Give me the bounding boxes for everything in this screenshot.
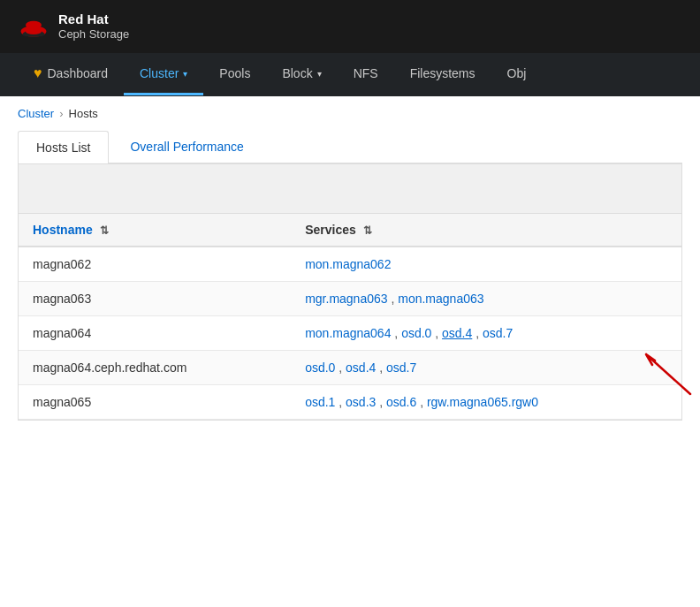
nav-item-block[interactable]: Block ▾ — [266, 54, 337, 95]
services-cell: osd.1 , osd.3 , osd.6 , rgw.magna065.rgw… — [291, 385, 681, 420]
service-separator: , — [376, 360, 386, 375]
brand-sub: Ceph Storage — [58, 27, 129, 42]
service-separator: , — [391, 326, 401, 340]
services-cell: mgr.magna063 , mon.magna063 — [291, 282, 681, 316]
table-header: Hostname ⇅ Services ⇅ — [19, 214, 681, 247]
service-link[interactable]: osd.1 — [305, 395, 335, 409]
col-services-label: Services — [305, 223, 356, 237]
nav-item-dashboard[interactable]: ♥ Dashboard — [18, 53, 124, 96]
brand-name: Red Hat — [58, 11, 129, 27]
table-row: magna062mon.magna062 — [19, 247, 681, 282]
service-link[interactable]: rgw.magna065.rgw0 — [427, 395, 538, 409]
heartbeat-icon: ♥ — [34, 65, 42, 81]
table-row: magna064.ceph.redhat.comosd.0 , osd.4 , … — [19, 351, 681, 385]
nav-item-obj[interactable]: Obj — [491, 54, 543, 95]
service-link[interactable]: mgr.magna063 — [305, 292, 387, 306]
nav-dashboard-label: Dashboard — [48, 66, 109, 80]
table-body: magna062mon.magna062magna063mgr.magna063… — [19, 247, 681, 420]
service-link[interactable]: osd.3 — [346, 395, 376, 409]
nav-item-cluster[interactable]: Cluster ▾ — [124, 54, 203, 95]
service-separator: , — [335, 395, 346, 409]
services-sort-icon[interactable]: ⇅ — [363, 224, 372, 237]
service-link[interactable]: mon.magna064 — [305, 326, 391, 340]
logo-text: Red Hat Ceph Storage — [58, 11, 129, 42]
redhat-logo-icon — [18, 11, 49, 42]
col-hostname-label: Hostname — [33, 223, 93, 237]
service-link[interactable]: osd.7 — [386, 360, 416, 375]
col-services[interactable]: Services ⇅ — [291, 214, 681, 247]
nav-item-nfs[interactable]: NFS — [338, 54, 394, 95]
table-toolbar — [19, 164, 681, 214]
service-separator: , — [388, 292, 399, 306]
service-link[interactable]: osd.4 — [442, 326, 472, 340]
breadcrumb: Cluster › Hosts — [0, 96, 700, 131]
table-row: magna063mgr.magna063 , mon.magna063 — [19, 282, 681, 316]
service-separator: , — [472, 326, 483, 340]
table-row: magna065osd.1 , osd.3 , osd.6 , rgw.magn… — [19, 385, 681, 420]
block-dropdown-icon: ▾ — [317, 69, 322, 79]
nav-bar: ♥ Dashboard Cluster ▾ Pools Block ▾ NFS … — [0, 53, 700, 96]
cluster-dropdown-icon: ▾ — [183, 69, 187, 79]
service-link[interactable]: osd.0 — [305, 360, 335, 375]
hostname-cell: magna065 — [19, 385, 291, 420]
hostname-cell: magna062 — [19, 247, 291, 282]
hostname-cell: magna064 — [19, 316, 291, 351]
service-separator: , — [431, 326, 442, 340]
table-row: magna064mon.magna064 , osd.0 , osd.4 , o… — [19, 316, 681, 351]
col-hostname[interactable]: Hostname ⇅ — [19, 214, 291, 247]
hostname-cell: magna064.ceph.redhat.com — [19, 351, 291, 385]
breadcrumb-separator: › — [59, 107, 63, 120]
service-link[interactable]: osd.0 — [401, 326, 431, 340]
service-separator: , — [335, 360, 346, 375]
services-cell: mon.magna062 — [291, 247, 681, 282]
breadcrumb-parent[interactable]: Cluster — [18, 107, 54, 120]
hostname-cell: magna063 — [19, 282, 291, 316]
nav-obj-label: Obj — [507, 66, 527, 80]
nav-nfs-label: NFS — [354, 66, 378, 80]
service-link[interactable]: mon.magna063 — [398, 292, 483, 306]
logo-area: Red Hat Ceph Storage — [18, 11, 129, 42]
services-cell: osd.0 , osd.4 , osd.7 — [291, 351, 681, 385]
nav-block-label: Block — [282, 66, 312, 80]
service-separator: , — [416, 395, 427, 409]
hostname-sort-icon[interactable]: ⇅ — [100, 224, 109, 237]
nav-cluster-label: Cluster — [140, 66, 179, 80]
table-container: Hostname ⇅ Services ⇅ magna062mon.magna0… — [18, 163, 682, 421]
service-link[interactable]: mon.magna062 — [305, 257, 391, 271]
tab-hosts-list[interactable]: Hosts List — [18, 131, 109, 163]
service-link[interactable]: osd.4 — [346, 360, 376, 375]
page-content: Hosts List Overall Performance Hostname … — [0, 131, 700, 438]
services-cell: mon.magna064 , osd.0 , osd.4 , osd.7 — [291, 316, 681, 351]
tab-overall-performance[interactable]: Overall Performance — [112, 131, 261, 163]
breadcrumb-current: Hosts — [69, 107, 98, 120]
arrow-wrapper: osd.4 — [442, 326, 472, 340]
service-link[interactable]: osd.7 — [483, 326, 513, 340]
nav-item-filesystems[interactable]: Filesystems — [394, 54, 491, 95]
nav-filesystems-label: Filesystems — [410, 66, 476, 80]
service-separator: , — [376, 395, 386, 409]
top-header: Red Hat Ceph Storage — [0, 0, 700, 53]
nav-pools-label: Pools — [219, 66, 250, 80]
service-link[interactable]: osd.6 — [386, 395, 416, 409]
svg-point-1 — [26, 21, 42, 29]
nav-item-pools[interactable]: Pools — [203, 54, 266, 95]
tab-bar: Hosts List Overall Performance — [18, 131, 682, 163]
hosts-table: Hostname ⇅ Services ⇅ magna062mon.magna0… — [19, 214, 681, 420]
svg-point-2 — [26, 28, 42, 34]
